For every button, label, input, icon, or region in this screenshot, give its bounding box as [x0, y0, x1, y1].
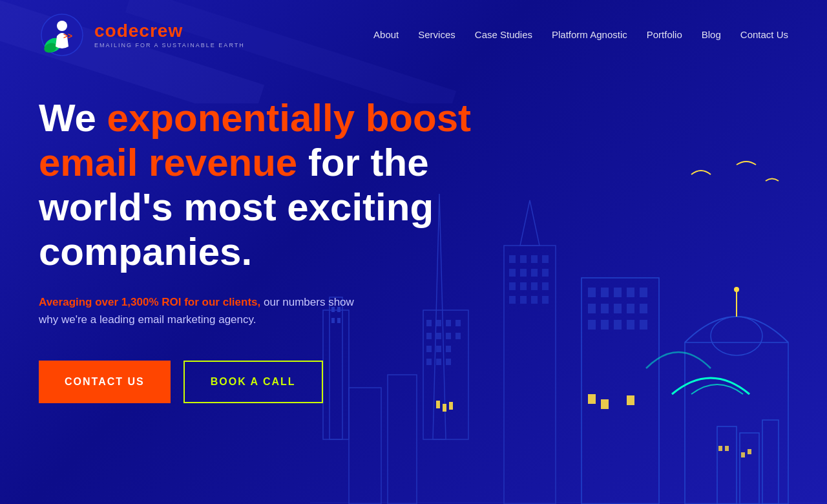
logo-tagline: EMAILING FOR A SUSTAINABLE EARTH [94, 42, 245, 48]
roi-highlight: Averaging over 1,300% ROI for our client… [39, 296, 260, 308]
nav-item-portfolio[interactable]: Portfolio [647, 29, 682, 41]
nav-item-case-studies[interactable]: Case Studies [475, 29, 532, 41]
svg-rect-79 [718, 446, 722, 451]
nav-links: About Services Case Studies Platform Agn… [373, 29, 788, 41]
logo-name: codecrew [94, 22, 245, 40]
headline-prefix: We [39, 96, 107, 140]
svg-point-5 [57, 21, 67, 31]
navbar: >> codecrew EMAILING FOR A SUSTAINABLE E… [0, 0, 827, 70]
nav-item-platform[interactable]: Platform Agnostic [552, 29, 627, 41]
cta-buttons: CONTACT US BOOK A CALL [39, 361, 788, 403]
contact-us-button[interactable]: CONTACT US [39, 361, 171, 403]
nav-item-contact[interactable]: Contact Us [740, 29, 788, 41]
nav-item-blog[interactable]: Blog [702, 29, 721, 41]
logo[interactable]: >> codecrew EMAILING FOR A SUSTAINABLE E… [39, 12, 245, 58]
birds-decoration [685, 155, 788, 207]
nav-item-about[interactable]: About [373, 29, 399, 41]
book-call-button[interactable]: BOOK A CALL [183, 361, 323, 403]
svg-rect-81 [741, 452, 745, 457]
hero-section: We exponentially boost email revenue for… [0, 70, 827, 403]
page-wrapper: >> codecrew EMAILING FOR A SUSTAINABLE E… [0, 0, 827, 504]
svg-rect-80 [725, 446, 729, 451]
svg-rect-82 [748, 449, 751, 454]
nav-item-services[interactable]: Services [418, 29, 455, 41]
logo-icon: >> [39, 12, 85, 58]
logo-text: codecrew EMAILING FOR A SUSTAINABLE EART… [94, 22, 245, 48]
svg-rect-31 [443, 404, 446, 412]
hero-headline: We exponentially boost email revenue for… [39, 96, 530, 274]
hero-subtext: Averaging over 1,300% ROI for our client… [39, 293, 375, 328]
svg-text:>>: >> [63, 32, 72, 41]
